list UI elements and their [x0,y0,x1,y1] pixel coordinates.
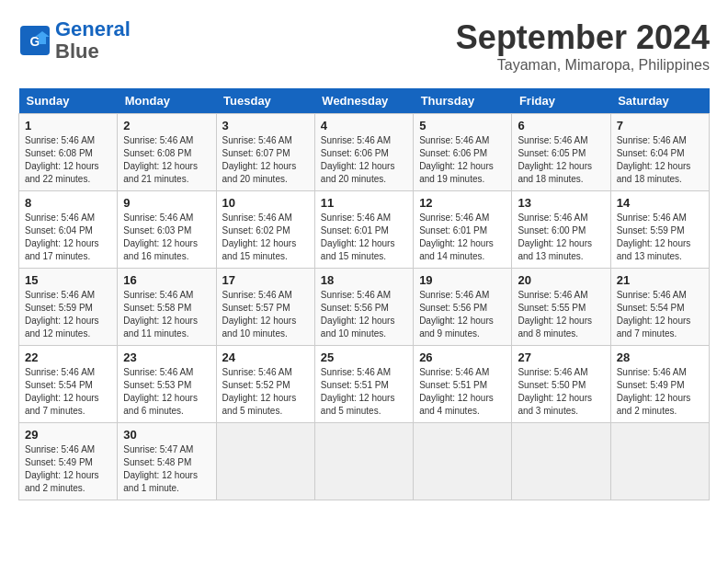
day-number: 10 [222,196,309,210]
table-row: 22Sunrise: 5:46 AMSunset: 5:54 PMDayligh… [19,346,118,423]
table-row: 11Sunrise: 5:46 AMSunset: 6:01 PMDayligh… [314,191,413,269]
day-info: Sunrise: 5:46 AMSunset: 5:57 PMDaylight:… [222,290,297,339]
day-info: Sunrise: 5:46 AMSunset: 6:01 PMDaylight:… [321,213,395,261]
table-row: 18Sunrise: 5:46 AMSunset: 5:56 PMDayligh… [314,269,413,346]
calendar-header-row: Sunday Monday Tuesday Wednesday Thursday… [19,88,710,114]
day-number: 21 [617,273,703,287]
table-row: 19Sunrise: 5:46 AMSunset: 5:56 PMDayligh… [414,269,512,346]
table-row: 13Sunrise: 5:46 AMSunset: 6:00 PMDayligh… [512,191,610,269]
day-info: Sunrise: 5:46 AMSunset: 6:06 PMDaylight:… [419,135,494,184]
table-row [610,423,709,500]
day-number: 28 [617,350,703,364]
day-number: 8 [25,196,111,210]
day-number: 15 [25,273,111,287]
day-number: 9 [123,196,210,210]
day-number: 22 [25,350,111,364]
table-row: 2Sunrise: 5:46 AMSunset: 6:08 PMDaylight… [118,114,216,191]
table-row: 26Sunrise: 5:46 AMSunset: 5:51 PMDayligh… [414,346,512,423]
day-number: 2 [123,119,210,132]
day-info: Sunrise: 5:46 AMSunset: 6:06 PMDaylight:… [321,135,395,184]
day-info: Sunrise: 5:46 AMSunset: 5:49 PMDaylight:… [25,444,99,493]
title-section: September 2024 Tayaman, Mimaropa, Philip… [456,18,710,74]
day-info: Sunrise: 5:46 AMSunset: 5:51 PMDaylight:… [419,367,494,416]
day-number: 24 [222,350,309,364]
day-info: Sunrise: 5:46 AMSunset: 6:02 PMDaylight:… [222,213,297,261]
day-info: Sunrise: 5:46 AMSunset: 6:00 PMDaylight:… [518,213,592,261]
location-title: Tayaman, Mimaropa, Philippines [456,57,710,74]
table-row: 3Sunrise: 5:46 AMSunset: 6:07 PMDaylight… [216,114,314,191]
table-row [414,423,512,500]
col-saturday: Saturday [610,88,709,114]
table-row: 25Sunrise: 5:46 AMSunset: 5:51 PMDayligh… [314,346,413,423]
day-number: 12 [419,196,506,210]
day-info: Sunrise: 5:46 AMSunset: 6:04 PMDaylight:… [617,135,691,184]
table-row: 20Sunrise: 5:46 AMSunset: 5:55 PMDayligh… [512,269,610,346]
month-title: September 2024 [456,18,710,57]
day-info: Sunrise: 5:46 AMSunset: 5:55 PMDaylight:… [518,290,592,339]
col-monday: Monday [118,88,216,114]
table-row: 30Sunrise: 5:47 AMSunset: 5:48 PMDayligh… [118,423,216,500]
day-number: 29 [25,428,111,442]
day-number: 19 [419,273,506,287]
day-info: Sunrise: 5:46 AMSunset: 5:56 PMDaylight:… [321,290,395,339]
day-number: 18 [321,273,407,287]
day-info: Sunrise: 5:46 AMSunset: 5:59 PMDaylight:… [617,213,691,261]
table-row: 6Sunrise: 5:46 AMSunset: 6:05 PMDaylight… [512,114,610,191]
table-row: 7Sunrise: 5:46 AMSunset: 6:04 PMDaylight… [610,114,709,191]
table-row [314,423,413,500]
table-row: 17Sunrise: 5:46 AMSunset: 5:57 PMDayligh… [216,269,314,346]
day-info: Sunrise: 5:46 AMSunset: 6:05 PMDaylight:… [518,135,592,184]
col-thursday: Thursday [414,88,512,114]
day-number: 16 [123,273,210,287]
day-info: Sunrise: 5:46 AMSunset: 5:58 PMDaylight:… [123,290,198,339]
table-row: 1Sunrise: 5:46 AMSunset: 6:08 PMDaylight… [19,114,118,191]
day-info: Sunrise: 5:46 AMSunset: 5:51 PMDaylight:… [321,367,395,416]
day-info: Sunrise: 5:46 AMSunset: 5:49 PMDaylight:… [617,367,691,416]
day-info: Sunrise: 5:46 AMSunset: 6:08 PMDaylight:… [123,135,198,184]
day-number: 20 [518,273,604,287]
table-row: 28Sunrise: 5:46 AMSunset: 5:49 PMDayligh… [610,346,709,423]
day-info: Sunrise: 5:47 AMSunset: 5:48 PMDaylight:… [123,444,198,493]
table-row: 23Sunrise: 5:46 AMSunset: 5:53 PMDayligh… [118,346,216,423]
table-row [512,423,610,500]
day-number: 26 [419,350,506,364]
day-info: Sunrise: 5:46 AMSunset: 6:07 PMDaylight:… [222,135,297,184]
day-number: 14 [617,196,703,210]
day-info: Sunrise: 5:46 AMSunset: 6:03 PMDaylight:… [123,213,198,261]
day-info: Sunrise: 5:46 AMSunset: 6:04 PMDaylight:… [25,213,99,261]
table-row: 12Sunrise: 5:46 AMSunset: 6:01 PMDayligh… [414,191,512,269]
day-info: Sunrise: 5:46 AMSunset: 5:52 PMDaylight:… [222,367,297,416]
table-row: 10Sunrise: 5:46 AMSunset: 6:02 PMDayligh… [216,191,314,269]
logo: G GeneralBlue [18,18,131,63]
table-row: 15Sunrise: 5:46 AMSunset: 5:59 PMDayligh… [19,269,118,346]
day-number: 27 [518,350,604,364]
col-sunday: Sunday [19,88,118,114]
table-row: 4Sunrise: 5:46 AMSunset: 6:06 PMDaylight… [314,114,413,191]
day-number: 25 [321,350,407,364]
day-number: 11 [321,196,407,210]
day-info: Sunrise: 5:46 AMSunset: 6:08 PMDaylight:… [25,135,99,184]
day-info: Sunrise: 5:46 AMSunset: 5:54 PMDaylight:… [617,290,691,339]
table-row [216,423,314,500]
day-number: 17 [222,273,309,287]
day-number: 13 [518,196,604,210]
table-row: 9Sunrise: 5:46 AMSunset: 6:03 PMDaylight… [118,191,216,269]
day-info: Sunrise: 5:46 AMSunset: 5:59 PMDaylight:… [25,290,99,339]
day-number: 5 [419,119,506,132]
day-number: 7 [617,119,703,132]
day-info: Sunrise: 5:46 AMSunset: 5:50 PMDaylight:… [518,367,592,416]
day-number: 4 [321,119,407,132]
col-wednesday: Wednesday [314,88,413,114]
table-row: 16Sunrise: 5:46 AMSunset: 5:58 PMDayligh… [118,269,216,346]
table-row: 24Sunrise: 5:46 AMSunset: 5:52 PMDayligh… [216,346,314,423]
day-number: 3 [222,119,309,132]
day-info: Sunrise: 5:46 AMSunset: 6:01 PMDaylight:… [419,213,494,261]
table-row: 14Sunrise: 5:46 AMSunset: 5:59 PMDayligh… [610,191,709,269]
day-info: Sunrise: 5:46 AMSunset: 5:56 PMDaylight:… [419,290,494,339]
day-number: 6 [518,119,604,132]
day-number: 30 [123,428,210,442]
table-row: 29Sunrise: 5:46 AMSunset: 5:49 PMDayligh… [19,423,118,500]
table-row: 5Sunrise: 5:46 AMSunset: 6:06 PMDaylight… [414,114,512,191]
day-info: Sunrise: 5:46 AMSunset: 5:53 PMDaylight:… [123,367,198,416]
day-number: 23 [123,350,210,364]
